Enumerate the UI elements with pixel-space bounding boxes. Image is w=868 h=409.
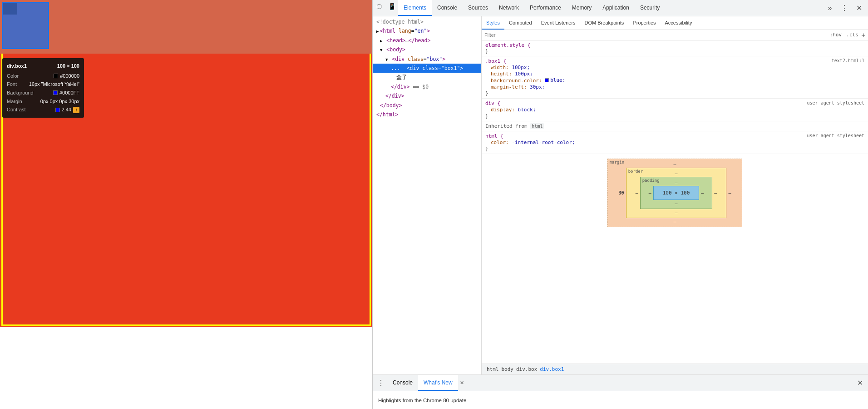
tab-console[interactable]: Console (432, 0, 463, 16)
tab-elements[interactable]: Elements (398, 0, 432, 16)
box1-height-rule: height: 100px; (485, 71, 864, 77)
breadcrumb-body[interactable]: body (500, 366, 515, 372)
browser-content: div.box1 100 × 100 Color #000000 Font 16… (0, 0, 372, 409)
dom-body[interactable]: ▼ <body> (373, 45, 481, 54)
div-rule-section: user agent stylesheet div { display: blo… (482, 99, 868, 121)
dom-html[interactable]: ▶<html lang="en"> (373, 26, 481, 35)
sub-tab-accessibility[interactable]: Accessibility (661, 16, 697, 30)
inherited-header: Inherited from html (482, 121, 868, 131)
devtools-menu-button[interactable]: ⋮ (838, 2, 851, 15)
webpage-area: div.box1 100 × 100 Color #000000 Font 16… (0, 0, 372, 327)
tab-sources[interactable]: Sources (463, 0, 493, 16)
tooltip-bg-label: Background (7, 89, 34, 97)
dom-head[interactable]: ▶ <head>…</head> (373, 36, 481, 45)
orange-section (0, 0, 372, 54)
console-content: Highlights from the Chrome 80 update (373, 391, 868, 409)
dom-html-close[interactable]: </html> (373, 110, 481, 119)
bm-content-row: – 100 × 100 – (647, 186, 706, 200)
tab-network[interactable]: Network (493, 0, 524, 16)
tooltip-size: 100 × 100 (57, 62, 79, 70)
element-tooltip: div.box1 100 × 100 Color #000000 Font 16… (2, 58, 84, 118)
inspect-icon[interactable]: ⬡ (373, 0, 385, 13)
tab-performance[interactable]: Performance (524, 0, 567, 16)
tooltip-font-label: Font (7, 80, 17, 89)
dom-tree-panel[interactable]: <!doctype html> ▶<html lang="en"> ▶ <hea… (373, 16, 482, 374)
close-devtools-button[interactable]: ✕ (853, 2, 865, 15)
box1-selector: .box1 { (485, 58, 506, 64)
bm-border-bottom: – (675, 210, 677, 215)
bg-color-dot[interactable] (545, 78, 549, 82)
filter-bar: :hov .cls + (482, 30, 868, 40)
html-rule-header: user agent stylesheet html { (485, 133, 864, 139)
devtools-icons: » ⋮ ✕ (824, 0, 868, 16)
inner-rect (3, 3, 17, 15)
contrast-warning-icon: ! (73, 107, 79, 113)
color-swatch-blue (53, 90, 58, 95)
html-selector: html { (485, 133, 503, 139)
dom-body-close[interactable]: </body> (373, 101, 481, 110)
close-bottom-panel-button[interactable]: ✕ (855, 379, 864, 388)
tooltip-margin-row: Margin 0px 0px 0px 30px (7, 97, 79, 106)
console-bar: ⋮ Console What's New ✕ ✕ (373, 374, 868, 391)
box1-rule-header: text2.html:1 .box1 { (485, 58, 864, 64)
devtools-main: <!doctype html> ▶<html lang="en"> ▶ <hea… (373, 16, 868, 374)
box1-bg-rule: background-color: blue; (485, 77, 864, 84)
bm-margin-layer: margin – 30 border (607, 159, 743, 227)
html-source[interactable]: user agent stylesheet (807, 133, 864, 138)
tooltip-font-value: 16px "Microsoft YaHei" (29, 80, 79, 89)
bm-padding-bottom: – (675, 201, 677, 206)
tooltip-margin-value: 0px 0px 0px 30px (40, 97, 79, 106)
box1-width-rule: width: 100px; (485, 65, 864, 70)
sub-tab-properties[interactable]: Properties (628, 16, 660, 30)
tooltip-contrast-row: Contrast 2.44 ! (7, 105, 79, 114)
tooltip-bg-row: Background #0000FF (7, 89, 79, 97)
box-model: margin – 30 border (607, 159, 743, 227)
tab-memory[interactable]: Memory (567, 0, 597, 16)
box-model-section: margin – 30 border (482, 154, 868, 232)
filter-input[interactable] (484, 32, 826, 38)
more-tabs-button[interactable]: » (824, 2, 836, 15)
console-tab[interactable]: Console (387, 375, 418, 391)
tooltip-color-value: #000000 (54, 72, 79, 80)
bm-border-right: – (712, 190, 719, 195)
element-style-selector: element.style { (485, 42, 864, 48)
breadcrumb-divbox[interactable]: div.box (515, 366, 538, 372)
add-style-button[interactable]: + (862, 31, 865, 39)
dom-chinese-text[interactable]: 盒子 (373, 73, 481, 82)
sub-tab-computed[interactable]: Computed (504, 16, 537, 30)
whats-new-tab[interactable]: What's New (418, 375, 458, 391)
bm-margin-bottom: – (673, 219, 676, 224)
bm-border-top: – (675, 171, 677, 176)
div-source[interactable]: user agent stylesheet (807, 100, 864, 105)
sub-tab-dom-breakpoints[interactable]: DOM Breakpoints (580, 16, 629, 30)
box1-rule-section: text2.html:1 .box1 { width: 100px; heigh… (482, 56, 868, 99)
box1-source[interactable]: text2.html:1 (832, 58, 864, 63)
bm-border-middle: – padding – (634, 177, 719, 209)
tab-application[interactable]: Application (597, 0, 635, 16)
dom-div-close[interactable]: </div> (373, 91, 481, 100)
dom-div-close-dollar[interactable]: </div> == $0 (373, 82, 481, 91)
device-icon[interactable]: 📱 (385, 0, 398, 13)
dom-div-box1[interactable]: ... <div class="box1"> (373, 64, 481, 73)
console-menu-icon[interactable]: ⋮ (375, 377, 387, 389)
bm-margin-top: – (673, 162, 676, 167)
breadcrumb-divbox1[interactable]: div.box1 (538, 366, 565, 372)
tooltip-title: div.box1 100 × 100 (7, 62, 79, 70)
cls-button[interactable]: .cls (845, 31, 860, 39)
breadcrumb-html[interactable]: html (485, 366, 500, 372)
html-color-rule: color: -internal-root-color; (485, 140, 864, 145)
tooltip-element-name: div.box1 (7, 62, 27, 70)
sub-tab-styles[interactable]: Styles (482, 16, 504, 30)
filter-actions: :hov .cls + (829, 31, 865, 39)
color-swatch-black (54, 74, 58, 78)
whats-new-close-icon[interactable]: ✕ (460, 380, 464, 386)
tab-security[interactable]: Security (635, 0, 665, 16)
bm-border-layer: border – – (626, 168, 727, 218)
hov-button[interactable]: :hov (829, 31, 843, 39)
devtools-panel: ⬡ 📱 Elements Console Sources Network Per… (372, 0, 868, 409)
styles-panel[interactable]: :hov .cls + element.style { } (482, 30, 868, 364)
devtools-right: Styles Computed Event Listeners DOM Brea… (482, 16, 868, 374)
dom-div-box[interactable]: ▼ <div class="box"> (373, 55, 481, 64)
dom-doctype[interactable]: <!doctype html> (373, 17, 481, 26)
sub-tab-event-listeners[interactable]: Event Listeners (537, 16, 580, 30)
